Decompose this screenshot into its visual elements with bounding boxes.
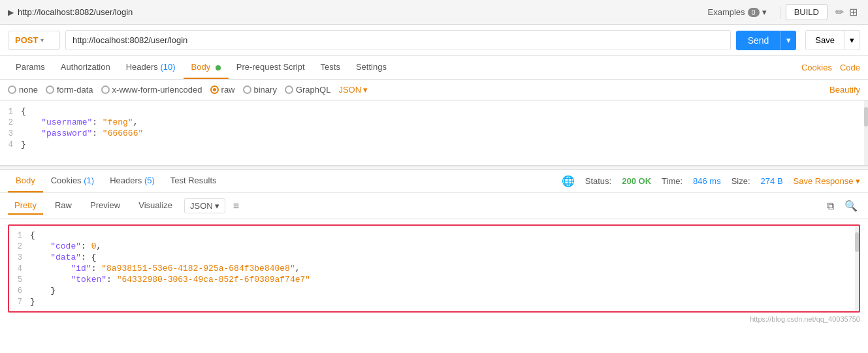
code-line-3: 3 "password": "666666"	[0, 128, 868, 139]
copy-icon-button[interactable]: ⧉	[824, 198, 837, 215]
collapse-arrow-icon: ▶	[8, 8, 14, 17]
footer-url: https://blog.csdn.net/qq_40035750	[750, 315, 860, 323]
format-caret-icon: ▾	[215, 201, 219, 211]
tab-settings[interactable]: Settings	[348, 56, 394, 79]
resp-code-line-5: 5 "token": "64332980-3063-49ca-852f-6f03…	[9, 274, 859, 285]
response-status-area: 🌐 Status: 200 OK Time: 846 ms Size: 274 …	[562, 175, 860, 187]
code-link[interactable]: Code	[840, 63, 860, 72]
radio-form-data[interactable]: form-data	[46, 85, 93, 95]
top-bar: ▶ http://localhost:8082/user/login Examp…	[0, 0, 868, 25]
resp-code-line-4: 4 "id": "8a938151-53e6-4182-925a-684f3be…	[9, 263, 859, 274]
response-body-area: 1 { 2 "code": 0, 3 "data": { 4 "id": "8a…	[9, 226, 859, 311]
request-tabs: Params Authorization Headers (10) Body P…	[0, 56, 868, 80]
request-scrollbar[interactable]	[864, 100, 868, 165]
radio-circle-graphql	[285, 85, 293, 94]
radio-graphql[interactable]: GraphQL	[285, 85, 330, 95]
globe-icon: 🌐	[562, 175, 575, 187]
response-tab-headers[interactable]: Headers (5)	[102, 170, 163, 192]
response-scrollbar[interactable]	[855, 226, 859, 311]
response-format-bar: Pretty Raw Preview Visualize JSON ▾ ≡ ⧉ …	[0, 193, 868, 219]
save-button[interactable]: Save	[805, 30, 844, 50]
code-line-4: 4 }	[0, 139, 868, 150]
resp-code-line-7: 7 }	[9, 296, 859, 307]
beautify-button[interactable]: Beautify	[829, 85, 860, 95]
response-tabs: Body Cookies (1) Headers (5) Test Result…	[0, 170, 868, 193]
save-response-button[interactable]: Save Response ▾	[794, 176, 860, 186]
size-label: Size:	[731, 176, 750, 186]
send-dropdown-button[interactable]: ▾	[780, 31, 796, 50]
json-caret-icon: ▾	[363, 85, 368, 95]
json-type-select[interactable]: JSON ▾	[338, 85, 368, 95]
format-tab-raw[interactable]: Raw	[48, 197, 78, 215]
radio-binary[interactable]: binary	[243, 85, 277, 95]
body-type-bar: none form-data x-www-form-urlencoded raw…	[0, 80, 868, 100]
radio-circle-raw	[210, 85, 219, 94]
tab-tests[interactable]: Tests	[313, 56, 348, 79]
radio-circle-none	[8, 85, 16, 94]
method-text: POST	[15, 35, 38, 45]
response-tab-body[interactable]: Body	[8, 170, 43, 192]
resp-code-line-3: 3 "data": {	[9, 252, 859, 263]
send-button[interactable]: Send	[736, 31, 781, 50]
url-input[interactable]	[65, 30, 731, 50]
time-label: Time:	[662, 176, 683, 186]
request-body-area: 1 { 2 "username": "feng", 3 "password": …	[0, 100, 868, 166]
cookies-link[interactable]: Cookies	[801, 63, 832, 72]
code-line-2: 2 "username": "feng",	[0, 117, 868, 128]
tab-params[interactable]: Params	[8, 56, 53, 79]
radio-urlencoded[interactable]: x-www-form-urlencoded	[101, 85, 202, 95]
size-value: 274 B	[761, 176, 783, 186]
footer: https://blog.csdn.net/qq_40035750	[0, 313, 868, 326]
status-label: Status:	[585, 176, 611, 186]
top-bar-url: http://localhost:8082/user/login	[18, 7, 133, 17]
code-line-1: 1 {	[0, 106, 868, 117]
format-json-select[interactable]: JSON ▾	[184, 198, 225, 213]
response-tab-cookies[interactable]: Cookies (1)	[43, 170, 102, 192]
tab-authorization[interactable]: Authorization	[53, 56, 118, 79]
search-icon-button[interactable]: 🔍	[842, 197, 860, 215]
examples-count: 0	[748, 8, 760, 17]
radio-circle-urlencoded	[101, 85, 110, 94]
tab-pre-request[interactable]: Pre-request Script	[229, 56, 313, 79]
method-select[interactable]: POST ▾	[8, 31, 60, 50]
save-dropdown-button[interactable]: ▾	[844, 30, 860, 50]
method-caret-icon: ▾	[40, 37, 44, 44]
radio-raw[interactable]: raw	[210, 85, 235, 95]
tab-headers[interactable]: Headers (10)	[118, 56, 184, 79]
time-value: 846 ms	[693, 176, 721, 186]
format-tab-visualize[interactable]: Visualize	[132, 197, 179, 215]
response-tab-test-results[interactable]: Test Results	[163, 170, 225, 192]
request-bar: POST ▾ Send ▾ Save ▾	[0, 25, 868, 56]
save-button-group: Save ▾	[805, 30, 860, 50]
format-tab-preview[interactable]: Preview	[84, 197, 127, 215]
status-value: 200 OK	[622, 176, 651, 186]
wrap-lines-icon-button[interactable]: ≡	[231, 198, 242, 215]
radio-circle-form-data	[46, 85, 54, 94]
layout-icon-button[interactable]: ⊞	[846, 3, 860, 21]
examples-label: Examples	[708, 7, 745, 17]
radio-circle-binary	[243, 85, 251, 94]
send-button-group: Send ▾	[736, 31, 797, 50]
tab-body[interactable]: Body	[184, 56, 229, 79]
build-button[interactable]: BUILD	[786, 4, 828, 20]
resp-code-line-1: 1 {	[9, 230, 859, 241]
radio-none[interactable]: none	[8, 85, 38, 95]
resp-code-line-2: 2 "code": 0,	[9, 241, 859, 252]
examples-button[interactable]: Examples 0 ▾	[708, 7, 767, 17]
resp-code-line-6: 6 }	[9, 285, 859, 296]
examples-chevron-icon: ▾	[762, 7, 767, 17]
format-tab-pretty[interactable]: Pretty	[8, 197, 43, 215]
edit-icon-button[interactable]: ✏	[833, 3, 846, 21]
response-border-wrap: 1 { 2 "code": 0, 3 "data": { 4 "id": "8a…	[8, 224, 860, 313]
